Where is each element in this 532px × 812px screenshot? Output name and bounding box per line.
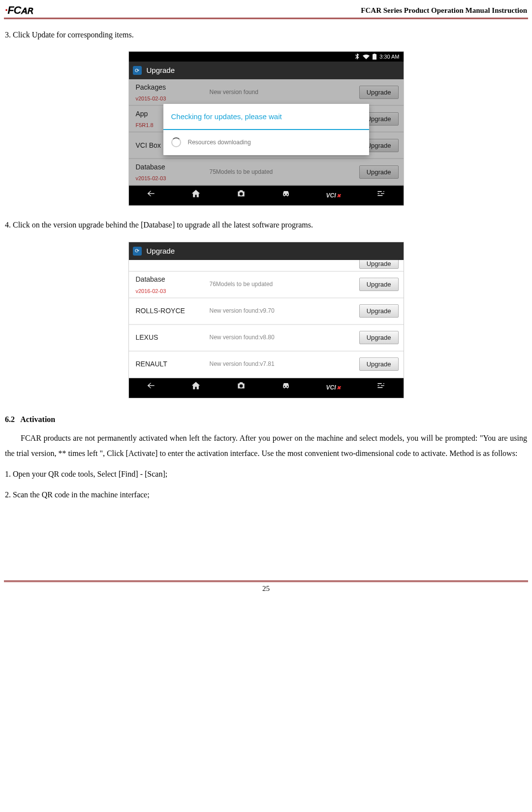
settings-sliders-icon[interactable] [376,381,386,395]
android-status-bar: 3:30 AM [129,52,404,62]
dialog-title: Checking for updates, please wait [163,104,369,129]
list-item: RENAULT New version found:v7.81 Upgrade [129,352,404,378]
spinner-icon [171,137,181,147]
back-icon[interactable] [146,381,156,395]
page-number: 25 [0,585,532,596]
home-icon[interactable] [191,381,201,395]
home-icon[interactable] [191,189,201,203]
app-icon: ⟳ [133,66,142,75]
item-message: New version found:v9.70 [210,305,359,317]
status-time: 3:30 AM [379,52,399,62]
list-item: ROLLS-ROYCE New version found:v9.70 Upgr… [129,298,404,325]
app-titlebar-2: ⟳ Upgrade [129,242,404,260]
list-with-overlay: Packagesv2015-02-03 New version found Up… [129,79,404,186]
settings-sliders-icon[interactable] [376,189,386,203]
vci-status: VCI✖ [326,382,341,393]
item-version: v2016-02-03 [136,286,210,296]
dialog-body: Resources downloading [163,130,369,155]
activation-step-1: 1. Open your QR code tools, Select [Find… [5,467,527,482]
wifi-icon [363,54,370,60]
app-title-text: Upgrade [147,64,175,78]
checking-updates-dialog: Checking for updates, please wait Resour… [163,104,369,155]
nav-bar-2: VCI✖ [129,378,404,398]
item-message: New version found:v7.81 [210,358,359,370]
bluetooth-icon [355,54,360,60]
back-icon[interactable] [146,189,156,203]
upgrade-button[interactable]: Upgrade [359,357,399,371]
section-number: 6.2 [5,415,15,423]
list-item: LEXUS New version found:v8.80 Upgrade [129,325,404,352]
document-title: FCAR Series Product Operation Manual Ins… [361,6,527,15]
camera-icon[interactable] [236,189,246,203]
upgrade-button[interactable]: Upgrade [359,304,399,318]
nav-bar-1: VCI✖ [129,186,404,205]
item-message: New version found:v8.80 [210,332,359,343]
vci-error-icon: ✖ [337,191,341,200]
car-icon[interactable] [281,381,291,395]
step-4-text: 4. Click on the version upgrade behind t… [5,218,527,232]
page-footer: 25 [0,581,532,596]
item-title: ROLLS-ROYCE [136,304,210,318]
item-title: RENAULT [136,357,210,371]
logo-text: FCᴀʀ [7,4,32,16]
app-titlebar-1: ⟳ Upgrade [129,62,404,79]
item-message: 76Models to be updated [210,279,359,290]
vci-error-icon: ✖ [337,383,341,392]
section-title: Activation [20,415,55,423]
page-content: 3. Click Update for corresponding items.… [0,20,532,512]
car-icon[interactable] [281,189,291,203]
upgrade-button[interactable]: Upgrade [359,331,399,344]
vci-status: VCI✖ [326,190,341,201]
activation-step-2: 2. Scan the QR code in the machine inter… [5,487,527,502]
app-icon: ⟳ [133,247,142,256]
activation-paragraph: FCAR products are not permanently activa… [5,431,527,461]
list-item: Databasev2016-02-03 76Models to be updat… [129,272,404,298]
dialog-message: Resources downloading [188,137,251,148]
item-title: Database [136,273,210,286]
upgrade-list-2: Upgrade Databasev2016-02-03 76Models to … [129,260,404,378]
screenshot-1: 3:30 AM ⟳ Upgrade Packagesv2015-02-03 Ne… [128,51,404,206]
logo: ·FCᴀʀ [5,4,32,17]
item-title: LEXUS [136,331,210,344]
list-item-partial: Upgrade [129,260,404,272]
page-header: ·FCᴀʀ FCAR Series Product Operation Manu… [0,0,532,18]
upgrade-button[interactable]: Upgrade [359,278,399,291]
screenshot-2: ⟳ Upgrade Upgrade Databasev2016-02-03 76… [128,242,404,398]
camera-icon[interactable] [236,381,246,395]
step-3-text: 3. Click Update for corresponding items. [5,28,527,42]
battery-icon [373,54,376,60]
upgrade-button[interactable]: Upgrade [359,260,399,269]
app-title-text: Upgrade [147,244,175,259]
section-heading: 6.2 Activation [5,412,527,427]
footer-divider [4,581,528,583]
